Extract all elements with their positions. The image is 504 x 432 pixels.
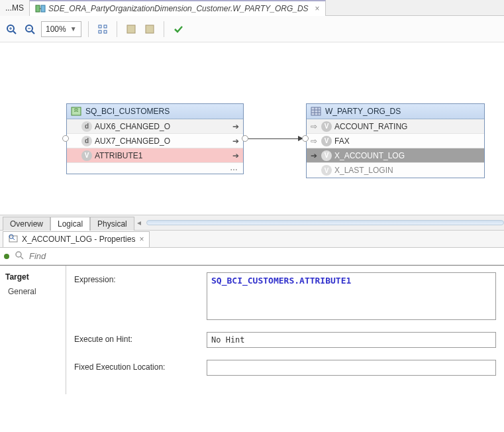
svg-line-3	[13, 31, 16, 34]
column-type-badge: d	[81, 121, 92, 132]
active-tab-label: SDE_ORA_PartyOrganizationDimension_Custo…	[48, 4, 309, 13]
svg-rect-11	[99, 30, 101, 33]
source-row-selected[interactable]: V ATTRIBUTE1 ➔	[67, 148, 243, 163]
separator	[117, 21, 117, 37]
target-node[interactable]: W_PARTY_ORG_DS ⇨ V ACCOUNT_RATING ⇨ V FA…	[306, 103, 485, 178]
more-rows-icon[interactable]: …	[67, 163, 243, 174]
target-row-label: FAX	[334, 136, 350, 146]
expression-field[interactable]: SQ_BCI_CUSTOMERS.ATTRIBUTE1	[207, 272, 496, 320]
tab-label: Logical	[58, 219, 83, 229]
svg-rect-12	[104, 30, 107, 33]
svg-rect-0	[36, 5, 40, 12]
layout-button-1[interactable]	[124, 22, 138, 36]
tab-overview[interactable]: Overview	[3, 217, 50, 231]
source-node[interactable]: SQ_BCI_CUSTOMERS d AUX6_CHANGED_O ➔ d AU…	[66, 103, 244, 174]
target-node-header[interactable]: W_PARTY_ORG_DS	[307, 104, 484, 119]
separator	[88, 21, 89, 37]
scroll-left-icon[interactable]: ◂	[137, 218, 141, 227]
target-node-title: W_PARTY_ORG_DS	[325, 107, 401, 116]
view-tabs: Overview Logical Physical ◂	[0, 215, 504, 231]
output-arrow-icon: ➔	[231, 136, 240, 146]
svg-point-24	[16, 252, 21, 257]
chevron-down-icon: ▼	[70, 25, 77, 32]
svg-rect-9	[99, 25, 101, 28]
toolbar: 100% ▼	[0, 16, 504, 42]
editor-tabbar: ...MS SDE_ORA_PartyOrganizationDimension…	[0, 0, 504, 16]
tab-label: Overview	[10, 219, 43, 229]
source-row-label: AUX7_CHANGED_O	[95, 136, 170, 146]
properties-tab-title: X_ACCOUNT_LOG - Properties	[22, 235, 135, 244]
row-expression: Expression: SQ_BCI_CUSTOMERS.ATTRIBUTE1	[74, 272, 496, 320]
row-execute-hint: Execute on Hint: No Hint	[74, 332, 496, 348]
properties-icon	[9, 234, 18, 245]
column-type-badge: d	[81, 136, 92, 146]
svg-rect-16	[311, 107, 321, 115]
datastore-icon	[71, 106, 81, 117]
input-port[interactable]	[62, 135, 69, 142]
prev-tab-label: ...MS	[5, 3, 24, 13]
fit-button[interactable]	[95, 22, 110, 36]
close-icon[interactable]: ×	[315, 4, 320, 13]
source-node-title: SQ_BCI_CUSTOMERS	[85, 107, 170, 116]
source-row[interactable]: d AUX7_CHANGED_O ➔	[67, 134, 243, 148]
column-type-badge: V	[321, 165, 332, 176]
properties-tabbar: X_ACCOUNT_LOG - Properties ×	[0, 231, 504, 248]
fixed-location-field[interactable]	[207, 360, 496, 376]
tab-label: Physical	[97, 219, 127, 229]
execute-hint-field[interactable]: No Hint	[207, 332, 496, 348]
zoom-out-button[interactable]	[23, 22, 37, 36]
active-tab[interactable]: SDE_ORA_PartyOrganizationDimension_Custo…	[30, 0, 326, 16]
target-row[interactable]: ⇨ V ACCOUNT_RATING	[307, 119, 484, 134]
target-row-label: X_LAST_LOGIN	[334, 166, 393, 175]
row-fixed-location: Fixed Execution Location:	[74, 360, 496, 376]
input-port[interactable]	[302, 135, 309, 142]
status-dot-icon	[4, 254, 9, 259]
layout-button-2[interactable]	[142, 22, 157, 36]
output-port[interactable]	[242, 135, 248, 142]
column-type-badge: V	[321, 136, 332, 146]
mapping-edge[interactable]	[248, 138, 298, 139]
properties-sidebar: Target General	[0, 266, 66, 394]
source-row[interactable]: d AUX6_CHANGED_O ➔	[67, 119, 243, 134]
close-icon[interactable]: ×	[139, 235, 144, 244]
find-input[interactable]	[29, 251, 500, 261]
source-node-header[interactable]: SQ_BCI_CUSTOMERS	[67, 104, 243, 119]
svg-rect-14	[146, 25, 154, 33]
mapping-canvas[interactable]: SQ_BCI_CUSTOMERS d AUX6_CHANGED_O ➔ d AU…	[0, 42, 504, 215]
zoom-in-button[interactable]	[4, 22, 19, 36]
separator	[164, 21, 164, 37]
svg-rect-13	[127, 25, 135, 33]
column-type-badge: V	[321, 150, 332, 161]
svg-line-25	[21, 256, 23, 259]
zoom-value: 100%	[46, 25, 66, 34]
target-row-selected[interactable]: ➔ V X_ACCOUNT_LOG	[307, 148, 484, 163]
properties-tab[interactable]: X_ACCOUNT_LOG - Properties ×	[3, 231, 150, 247]
source-row-label: ATTRIBUTE1	[95, 151, 142, 160]
output-arrow-icon: ➔	[231, 122, 240, 131]
tab-logical[interactable]: Logical	[50, 217, 90, 231]
find-bar	[0, 248, 504, 265]
tab-physical[interactable]: Physical	[90, 217, 134, 231]
validate-button[interactable]	[171, 22, 185, 36]
input-arrow-icon: ⇨	[309, 122, 319, 131]
properties-form: Expression: SQ_BCI_CUSTOMERS.ATTRIBUTE1 …	[66, 266, 504, 394]
column-type-badge: V	[81, 150, 92, 161]
target-row[interactable]: V X_LAST_LOGIN	[307, 163, 484, 178]
prev-tab[interactable]: ...MS	[0, 0, 30, 16]
table-icon	[311, 106, 321, 117]
mapping-icon	[35, 3, 46, 14]
target-row-label: X_ACCOUNT_LOG	[334, 151, 405, 160]
svg-rect-1	[41, 5, 45, 12]
target-row[interactable]: ⇨ V FAX	[307, 134, 484, 148]
zoom-combo[interactable]: 100% ▼	[41, 21, 81, 37]
label-fixed-location: Fixed Execution Location:	[74, 360, 200, 372]
label-execute-hint: Execute on Hint:	[74, 332, 200, 344]
svg-line-7	[32, 31, 34, 34]
view-scrollbar[interactable]	[146, 220, 504, 225]
column-type-badge: V	[321, 121, 332, 132]
section-item-general[interactable]: General	[4, 284, 62, 299]
search-icon	[15, 250, 24, 262]
target-row-label: ACCOUNT_RATING	[334, 122, 407, 131]
source-row-label: AUX6_CHANGED_O	[95, 122, 170, 131]
input-arrow-icon: ➔	[309, 151, 319, 160]
